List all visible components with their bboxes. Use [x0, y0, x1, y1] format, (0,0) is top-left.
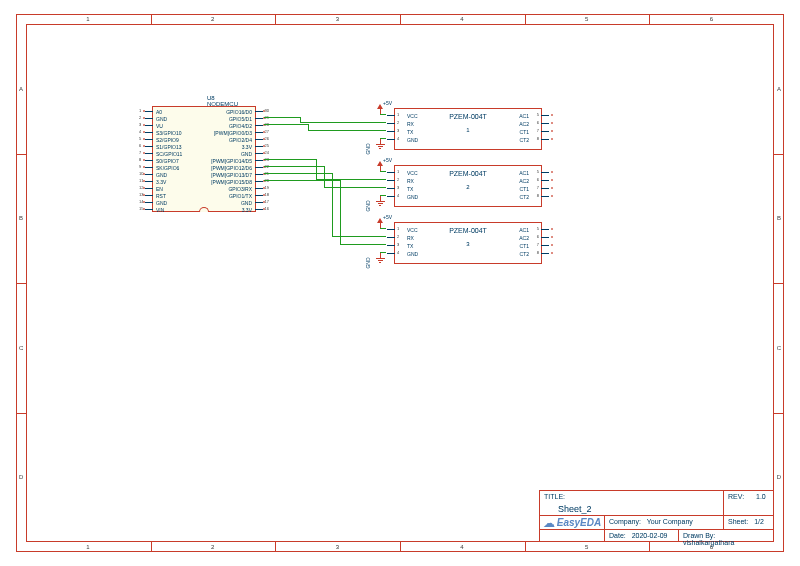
ruler-col: 4	[460, 16, 463, 22]
easyeda-logo-icon: ☁	[543, 516, 555, 530]
pin-number: 18	[265, 192, 269, 197]
easyeda-logo-text: EasyEDA	[557, 517, 601, 528]
tb-sheet-label: Sheet:	[728, 518, 748, 525]
power-vcc-label: +5V	[383, 100, 392, 106]
pin-stub	[387, 196, 395, 197]
tb-drawn-label: Drawn By:	[683, 532, 715, 539]
pin-stub	[145, 132, 153, 133]
pzem-pin-label: VCC	[407, 113, 418, 119]
pin-number: 4	[397, 193, 399, 198]
pin-stub	[255, 132, 263, 133]
pzem-pin-label: AC1	[519, 170, 529, 176]
border-inner	[26, 24, 774, 542]
pin-stub	[255, 202, 263, 203]
pin-stub	[387, 139, 395, 140]
pzem-module: PZEM-004T1VCC1RX2TX3GND4AC15AC26CT17CT28	[394, 108, 542, 150]
pin-number: 16	[265, 206, 269, 211]
pin-label: GND	[156, 200, 167, 206]
pin-stub	[387, 237, 395, 238]
ruler-col: 3	[336, 16, 339, 22]
pin-stub	[255, 209, 263, 210]
pin-stub	[541, 245, 549, 246]
pin-number: 3	[139, 122, 141, 127]
pzem-pin-label: RX	[407, 121, 414, 127]
pin-number: 1	[397, 226, 399, 231]
pin-number: 4	[139, 129, 141, 134]
power-gnd-label: GND	[365, 200, 371, 211]
pin-number: 2	[397, 177, 399, 182]
pzem-pin-label: VCC	[407, 170, 418, 176]
pin-number: 2	[397, 234, 399, 239]
pin-stub	[145, 111, 153, 112]
pin-stub	[145, 125, 153, 126]
tb-drawn-value: vishalkargathara	[683, 539, 734, 546]
pin-label: 3.3V	[242, 144, 252, 150]
pzem-pin-label: RX	[407, 235, 414, 241]
pin-label: VU	[156, 123, 163, 129]
pin-number: 1	[397, 112, 399, 117]
title-block: TITLE: Sheet_2 REV: 1.0 ☁ EasyEDA Compan…	[539, 490, 774, 542]
pzem-pin-label: CT2	[520, 194, 529, 200]
ruler-col: 1	[86, 544, 89, 550]
tb-company-label: Company:	[609, 518, 641, 525]
pin-label: GND	[156, 172, 167, 178]
pin-label: S1/GPIO13	[156, 144, 182, 150]
pin-number: 8	[537, 136, 539, 141]
pin-number: 6	[139, 143, 141, 148]
pzem-pin-label: CT2	[520, 251, 529, 257]
ruler-col: 1	[86, 16, 89, 22]
pin-stub	[541, 229, 549, 230]
tb-rev-label: REV:	[728, 493, 744, 500]
pin-label: GND	[241, 151, 252, 157]
pin-label: SC/GPIO11	[156, 151, 182, 157]
pin-stub	[145, 202, 153, 203]
pin-stub	[145, 167, 153, 168]
pin-stub	[145, 118, 153, 119]
pin-stub	[255, 181, 263, 182]
ruler-col: 5	[585, 544, 588, 550]
pin-stub	[255, 174, 263, 175]
nodemcu-body: U8 NODEMCU A01GND2VU3S3/GPIO104S2/GPIO95…	[152, 106, 256, 212]
pin-number: 1	[397, 169, 399, 174]
pzem-pin-label: CT1	[520, 243, 529, 249]
pin-stub	[145, 209, 153, 210]
pin-number: 7	[537, 185, 539, 190]
pin-stub	[255, 188, 263, 189]
pzem-pin-label: GND	[407, 137, 418, 143]
pin-stub	[255, 111, 263, 112]
pin-label: GPIO5/D1	[229, 116, 252, 122]
pin-stub	[145, 153, 153, 154]
pin-label: GPIO3/RX	[228, 186, 252, 192]
pzem-pin-label: GND	[407, 194, 418, 200]
pin-number: 7	[537, 242, 539, 247]
pin-label: GPIO4/D2	[229, 123, 252, 129]
pzem-pin-label: CT1	[520, 129, 529, 135]
pin-number: 6	[537, 234, 539, 239]
pin-number: 17	[265, 199, 269, 204]
pin-stub	[145, 146, 153, 147]
pin-label: [PWM]GPIO12/D6	[211, 165, 252, 171]
pin-number: 2	[139, 115, 141, 120]
pin-stub	[387, 180, 395, 181]
pin-number: 30	[265, 108, 269, 113]
power-gnd-label: GND	[365, 143, 371, 154]
ruler-row: D	[19, 474, 23, 480]
pzem-pin-label: AC2	[519, 178, 529, 184]
pin-label: [PWM]GPIO13/D7	[211, 172, 252, 178]
pin-label: GND	[156, 116, 167, 122]
pin-number: 19	[265, 185, 269, 190]
pzem-pin-label: TX	[407, 243, 413, 249]
pin-stub	[255, 146, 263, 147]
pin-label: GPIO16/D0	[226, 109, 252, 115]
ruler-row: A	[19, 86, 23, 92]
pin-stub	[255, 139, 263, 140]
pin-number: 5	[537, 169, 539, 174]
pin-number: 9	[139, 164, 141, 169]
pzem-pin-label: CT1	[520, 186, 529, 192]
pin-label: EN	[156, 186, 163, 192]
ruler-row: C	[19, 345, 23, 351]
pin-stub	[145, 160, 153, 161]
ruler-row: B	[19, 215, 23, 221]
pin-stub	[387, 123, 395, 124]
tb-title-value: Sheet_2	[558, 504, 719, 514]
